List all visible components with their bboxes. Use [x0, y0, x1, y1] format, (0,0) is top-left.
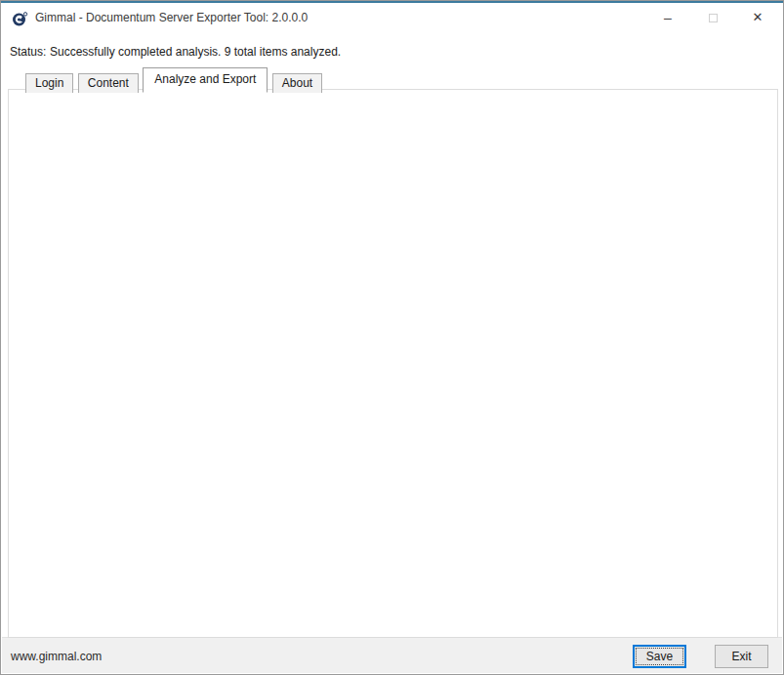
tab-content[interactable]: Content	[78, 73, 139, 93]
tab-strip: Login Content Analyze and Export About	[25, 67, 322, 90]
footer-bar: www.gimmal.com Save Exit	[2, 637, 782, 673]
maximize-icon	[709, 14, 718, 22]
minimize-icon: –	[664, 10, 672, 25]
exit-button[interactable]: Exit	[715, 645, 768, 668]
gimmal-logo-icon	[12, 11, 28, 27]
tab-analyze-and-export[interactable]: Analyze and Export	[143, 67, 268, 93]
tab-page-analyze-and-export	[8, 89, 778, 638]
tab-about[interactable]: About	[272, 73, 322, 93]
save-button[interactable]: Save	[633, 645, 686, 668]
status-message: Successfully completed analysis. 9 total…	[50, 45, 341, 59]
maximize-button[interactable]	[690, 3, 735, 32]
title-bar: Gimmal - Documentum Server Exporter Tool…	[1, 3, 783, 32]
website-label: www.gimmal.com	[11, 650, 102, 663]
status-label: Status:	[10, 45, 46, 59]
status-bar: Status: Successfully completed analysis.…	[1, 45, 783, 63]
minimize-button[interactable]: –	[645, 3, 690, 32]
close-button[interactable]: ✕	[735, 3, 780, 32]
close-icon: ✕	[753, 10, 763, 24]
tab-login[interactable]: Login	[25, 73, 73, 93]
window-title: Gimmal - Documentum Server Exporter Tool…	[35, 3, 308, 32]
app-window: Gimmal - Documentum Server Exporter Tool…	[0, 0, 784, 675]
